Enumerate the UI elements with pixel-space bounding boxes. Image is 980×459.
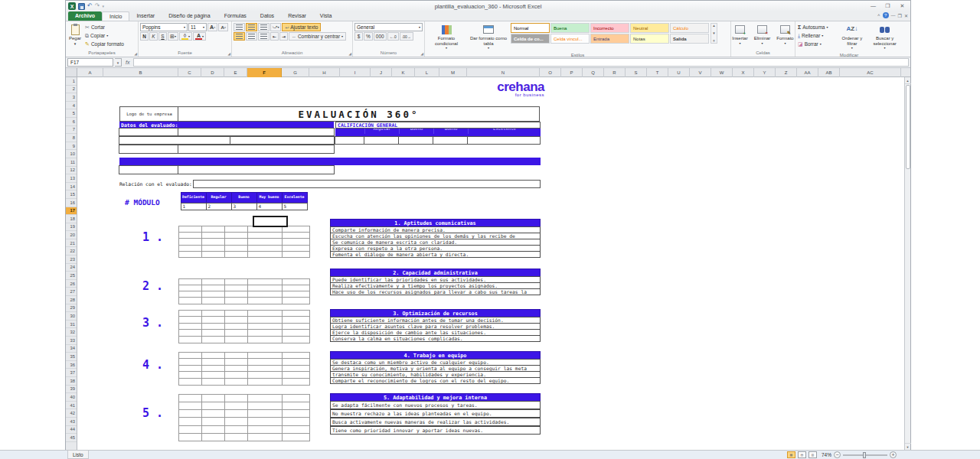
- grid-cell[interactable]: [201, 297, 225, 304]
- conditional-formatting-button[interactable]: Formato condicional▾: [426, 23, 466, 52]
- column-header-O[interactable]: O: [540, 68, 561, 77]
- grid-cell[interactable]: [224, 251, 248, 258]
- row-header-24[interactable]: 24: [66, 264, 77, 272]
- minimize-button[interactable]: —: [867, 2, 880, 10]
- number-dialog-launcher-icon[interactable]: ◢: [420, 52, 423, 56]
- column-header-X[interactable]: X: [733, 68, 754, 77]
- grid-cell[interactable]: [201, 433, 225, 441]
- delete-cells-button[interactable]: × Eliminar▾: [753, 23, 773, 47]
- column-header-V[interactable]: V: [690, 68, 711, 77]
- font-color-button[interactable]: A▾: [193, 32, 206, 41]
- row-header-4[interactable]: 4: [66, 102, 77, 110]
- grid-cell[interactable]: [247, 297, 283, 304]
- row-header-30[interactable]: 30: [66, 312, 77, 321]
- insert-cells-button[interactable]: + Insertar▾: [730, 23, 749, 47]
- grid-cell[interactable]: [201, 378, 225, 386]
- row-header-11[interactable]: 11: [66, 158, 77, 167]
- wrap-text-button[interactable]: ↩ Ajustar texto: [282, 23, 321, 31]
- grid-cell[interactable]: [282, 251, 310, 258]
- cell-style-entrada[interactable]: Entrada: [590, 34, 629, 44]
- font-dialog-launcher-icon[interactable]: ◢: [227, 52, 230, 56]
- row-header-26[interactable]: 26: [66, 280, 77, 288]
- wb-restore-icon[interactable]: ❐: [898, 13, 902, 18]
- column-header-J[interactable]: J: [371, 68, 392, 77]
- grid-cell[interactable]: [282, 336, 310, 343]
- rating-cell[interactable]: [467, 136, 541, 145]
- cell-style-buena[interactable]: Buena: [550, 23, 590, 33]
- increase-decimal-button[interactable]: ←.0: [387, 32, 399, 41]
- grid-cell[interactable]: [201, 336, 225, 343]
- row-header-25[interactable]: 25: [66, 272, 77, 280]
- scale-value-cell[interactable]: 2: [206, 203, 232, 210]
- styles-gallery-scroll[interactable]: ▲▼≡: [710, 23, 717, 44]
- rating-cell[interactable]: [335, 136, 364, 145]
- column-header-G[interactable]: G: [282, 68, 309, 77]
- empty-cell[interactable]: [119, 128, 178, 136]
- name-box[interactable]: F17: [67, 58, 113, 67]
- scroll-down-icon[interactable]: ▼: [905, 443, 911, 450]
- column-header-B[interactable]: B: [103, 68, 178, 77]
- row-header-15[interactable]: 15: [66, 190, 77, 199]
- align-middle-button[interactable]: [246, 23, 257, 31]
- column-header-AA[interactable]: AA: [797, 68, 818, 77]
- row-header-8[interactable]: 8: [66, 134, 77, 142]
- cut-button[interactable]: ✂Cortar: [84, 23, 125, 31]
- align-bottom-button[interactable]: [258, 23, 270, 31]
- grid-cell[interactable]: [224, 336, 248, 343]
- rating-cell[interactable]: [364, 136, 399, 145]
- row-header-10[interactable]: 10: [66, 150, 77, 158]
- row-header-12[interactable]: 12: [66, 167, 77, 175]
- merge-center-button[interactable]: ⇔ Combinar y centrar ▾: [289, 32, 346, 41]
- row-header-32[interactable]: 32: [66, 328, 77, 337]
- increase-indent-button[interactable]: ⇥: [279, 32, 288, 41]
- font-size-select[interactable]: 11▾: [188, 23, 207, 31]
- cell-style-notas[interactable]: Notas: [630, 34, 669, 44]
- format-painter-button[interactable]: ✎Copiar formato: [84, 40, 125, 47]
- row-header-45[interactable]: 45: [66, 434, 77, 442]
- vertical-scroll-thumb[interactable]: [906, 85, 910, 169]
- row-header-14[interactable]: 14: [66, 183, 77, 191]
- column-header-F[interactable]: F: [247, 68, 282, 77]
- column-header-Q[interactable]: Q: [583, 68, 604, 77]
- empty-cell[interactable]: [119, 136, 230, 145]
- column-header-D[interactable]: D: [201, 68, 224, 77]
- cell-style-c-lculo[interactable]: Cálculo: [670, 23, 709, 33]
- empty-cell[interactable]: [119, 165, 178, 174]
- tab-f-rmulas[interactable]: Fórmulas: [217, 11, 253, 21]
- row-header-13[interactable]: 13: [66, 174, 77, 183]
- row-header-2[interactable]: 2: [66, 86, 77, 94]
- percent-button[interactable]: %: [364, 32, 373, 41]
- row-header-17[interactable]: 17: [66, 207, 77, 216]
- row-header-42[interactable]: 42: [66, 409, 77, 418]
- column-header-C[interactable]: C: [178, 68, 201, 77]
- wb-close-icon[interactable]: ✕: [904, 13, 908, 18]
- grid-cell[interactable]: [247, 336, 283, 343]
- row-header-28[interactable]: 28: [66, 296, 77, 304]
- zoom-level[interactable]: 74%: [822, 452, 831, 457]
- format-cells-button[interactable]: ✎ Formato▾: [775, 23, 795, 47]
- scale-value-cell[interactable]: 4: [256, 203, 283, 210]
- column-header-Z[interactable]: Z: [776, 68, 797, 77]
- empty-cell[interactable]: [178, 128, 335, 136]
- formula-input[interactable]: [133, 58, 909, 67]
- empty-cell[interactable]: [230, 136, 335, 145]
- scale-value-cell[interactable]: 5: [282, 203, 308, 210]
- font-family-select[interactable]: Poppins▾: [140, 23, 188, 31]
- grid-cell[interactable]: [247, 378, 283, 386]
- orientation-button[interactable]: ⤻▾: [270, 23, 281, 31]
- row-header-37[interactable]: 37: [66, 369, 77, 377]
- column-header-W[interactable]: W: [711, 68, 733, 77]
- cell-style-celda-vincul-[interactable]: Celda vincul...: [550, 34, 590, 44]
- decrease-indent-button[interactable]: ⇤: [270, 32, 279, 41]
- insert-function-button[interactable]: fx: [123, 60, 132, 65]
- align-right-button[interactable]: [258, 32, 270, 41]
- fill-button[interactable]: ⤓Rellenar▾: [797, 31, 835, 39]
- decrease-decimal-button[interactable]: .00→: [400, 32, 413, 41]
- clipboard-dialog-launcher-icon[interactable]: ◢: [134, 52, 137, 56]
- row-header-6[interactable]: 6: [66, 118, 77, 126]
- row-header-1[interactable]: 1: [66, 77, 77, 86]
- tab-vista[interactable]: Vista: [313, 11, 338, 21]
- zoom-out-button[interactable]: −: [834, 451, 841, 458]
- row-header-33[interactable]: 33: [66, 337, 77, 345]
- column-header-Y[interactable]: Y: [754, 68, 776, 77]
